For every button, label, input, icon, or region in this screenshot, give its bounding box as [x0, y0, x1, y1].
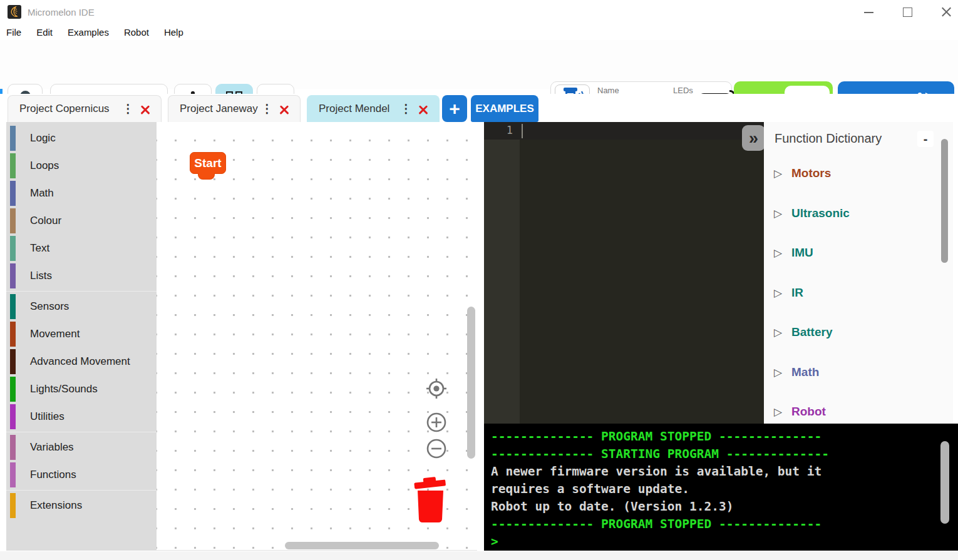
category-colour[interactable]: Colour	[6, 207, 157, 235]
console-line: -------------- PROGRAM STOPPED ---------…	[491, 428, 958, 445]
expand-arrow-icon: ▷	[774, 207, 782, 220]
menu-edit[interactable]: Edit	[36, 27, 53, 38]
toolbar: Mac BLOCK MIXED a TEXT	[0, 40, 958, 89]
expand-arrow-icon: ▷	[774, 326, 782, 339]
robot-console[interactable]: -------------- PROGRAM STOPPED ---------…	[484, 424, 958, 551]
console-line: Robot up to date. (Version 1.2.3)	[491, 498, 958, 516]
category-loops[interactable]: Loops	[6, 152, 157, 180]
category-logic[interactable]: Logic	[6, 125, 157, 152]
tab-menu-icon[interactable]: ⋮	[261, 101, 272, 118]
workspace-zoom-controls	[425, 377, 450, 465]
expand-arrow-icon: ▷	[774, 366, 782, 379]
category-separator	[6, 291, 157, 292]
tab-project-copernicus[interactable]: Project Copernicus ⋮	[8, 95, 162, 122]
category-movement[interactable]: Movement	[6, 320, 157, 348]
dict-item-robot[interactable]: ▷Robot	[764, 402, 953, 424]
trash-icon[interactable]	[410, 474, 450, 524]
maximize-button[interactable]	[898, 5, 917, 20]
workspace-horizontal-scrollbar[interactable]	[285, 542, 439, 549]
category-advanced-movement[interactable]: Advanced Movement	[6, 348, 157, 375]
dict-item-ir[interactable]: ▷IR	[764, 283, 953, 305]
tab-close-icon[interactable]	[418, 104, 429, 115]
dict-item-battery[interactable]: ▷Battery	[764, 323, 953, 344]
dict-item-math[interactable]: ▷Math	[764, 363, 953, 384]
category-utilities[interactable]: Utilities	[6, 403, 157, 430]
menu-help[interactable]: Help	[164, 27, 183, 38]
expand-arrow-icon: ▷	[774, 247, 782, 259]
recenter-icon	[426, 379, 446, 399]
console-line: A newer firmware version is available, b…	[491, 463, 958, 481]
category-sensors[interactable]: Sensors	[6, 293, 157, 320]
expand-arrow-icon: ▷	[774, 287, 782, 299]
micromelon-ide-window: Micromelon IDE File Edit Examples Robot …	[0, 0, 958, 560]
category-lists[interactable]: Lists	[6, 262, 157, 290]
menu-file[interactable]: File	[6, 27, 21, 38]
collapse-panel-button[interactable]: -	[917, 131, 934, 147]
dict-item-ultrasonic[interactable]: ▷Ultrasonic	[764, 204, 953, 225]
tab-menu-icon[interactable]: ⋮	[122, 101, 133, 118]
panel-gap	[953, 122, 958, 424]
examples-button[interactable]: EXAMPLES	[471, 95, 538, 122]
console-line: requires a software update.	[491, 481, 958, 498]
app-logo-icon	[8, 5, 21, 19]
title-bar: Micromelon IDE	[0, 0, 958, 24]
dict-item-imu[interactable]: ▷IMU	[764, 243, 953, 265]
tab-project-mendel[interactable]: Project Mendel ⋮	[307, 95, 440, 122]
editor-gutter	[484, 140, 520, 424]
menu-examples[interactable]: Examples	[68, 27, 109, 38]
console-line: -------------- STARTING PROGRAM --------…	[491, 445, 958, 463]
zoom-in-icon	[428, 414, 445, 431]
category-separator	[6, 432, 157, 432]
menu-robot[interactable]: Robot	[124, 27, 149, 38]
tab-menu-icon[interactable]: ⋮	[400, 101, 411, 118]
expand-arrow-icon: ▷	[774, 405, 782, 418]
category-extensions[interactable]: Extensions	[6, 492, 157, 519]
block-workspace[interactable]: Start	[157, 122, 477, 551]
category-functions[interactable]: Functions	[6, 461, 157, 489]
dict-item-motors[interactable]: ▷Motors	[764, 164, 953, 185]
block-category-sidebar: Logic Loops Math Colour Text Lists Senso…	[6, 122, 157, 551]
console-prompt[interactable]: >	[491, 533, 958, 551]
start-block[interactable]: Start	[190, 152, 226, 174]
category-separator	[6, 490, 157, 491]
panel-title: Function Dictionary	[775, 131, 882, 146]
category-variables[interactable]: Variables	[6, 434, 157, 461]
active-line-highlight	[484, 122, 764, 140]
text-cursor	[522, 124, 523, 138]
tab-bar: Project Copernicus ⋮ Project Janeway ⋮ P…	[0, 94, 958, 122]
window-bottom-edge	[0, 551, 958, 560]
category-math[interactable]: Math	[6, 180, 157, 207]
workspace-vertical-scrollbar[interactable]	[467, 307, 475, 459]
function-dictionary-panel: Function Dictionary - ▷Motors ▷Ultrasoni…	[764, 122, 953, 424]
console-line: -------------- PROGRAM STOPPED ---------…	[491, 516, 958, 533]
close-button[interactable]	[937, 5, 955, 20]
add-tab-button[interactable]: +	[442, 95, 467, 122]
code-editor[interactable]: 1 »	[484, 122, 764, 424]
tab-close-icon[interactable]	[140, 104, 151, 115]
console-scrollbar[interactable]	[940, 441, 949, 524]
block-connector	[198, 173, 215, 180]
tab-close-icon[interactable]	[279, 104, 290, 115]
menu-bar: File Edit Examples Robot Help	[0, 24, 958, 40]
zoom-out-icon	[428, 440, 445, 457]
tab-project-janeway[interactable]: Project Janeway ⋮	[168, 95, 301, 122]
window-title: Micromelon IDE	[28, 7, 95, 18]
dictionary-scrollbar[interactable]	[941, 139, 948, 263]
collapse-editor-button[interactable]: »	[742, 125, 765, 151]
category-lights-sounds[interactable]: Lights/Sounds	[6, 375, 157, 403]
minimize-button[interactable]	[859, 5, 878, 20]
line-number: 1	[484, 124, 513, 136]
category-text[interactable]: Text	[6, 235, 157, 262]
expand-arrow-icon: ▷	[774, 167, 782, 180]
